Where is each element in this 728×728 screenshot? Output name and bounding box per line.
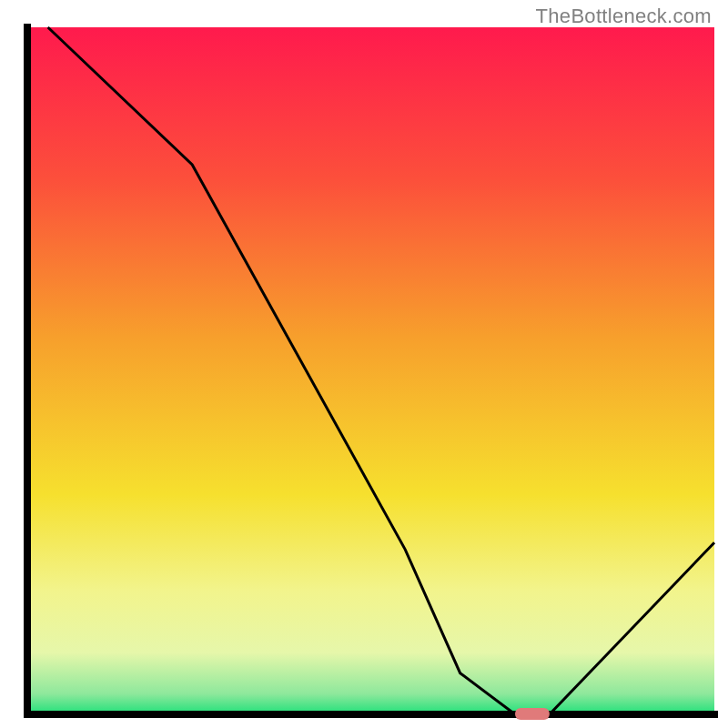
watermark-text: TheBottleneck.com [536, 5, 712, 28]
minimum-marker [515, 708, 550, 720]
plot-background [27, 27, 714, 714]
bottleneck-chart [0, 0, 728, 728]
chart-svg [0, 0, 728, 728]
